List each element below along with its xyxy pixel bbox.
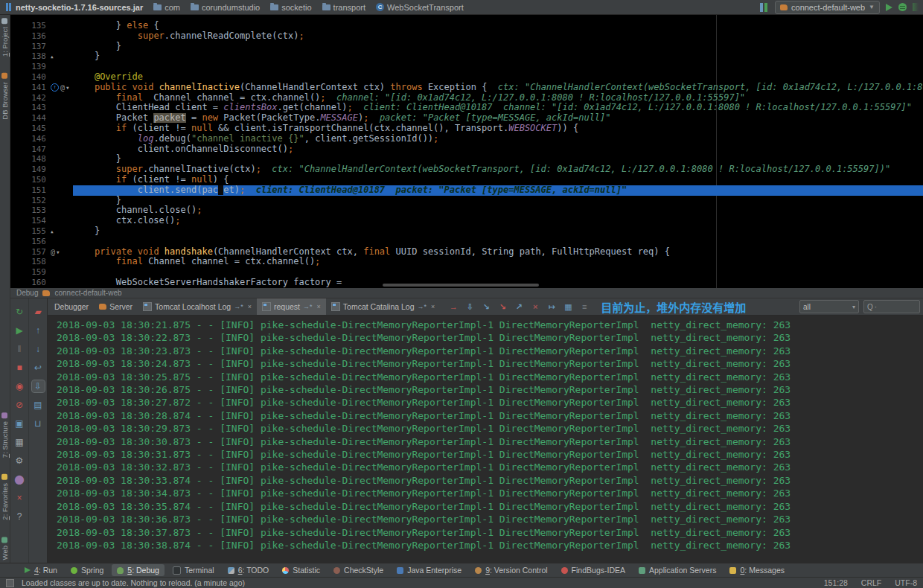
editor-line-number[interactable]: 144 <box>10 113 51 124</box>
toolwindow-button-version-control[interactable]: 9: Version Control <box>470 564 552 576</box>
editor-code-text[interactable]: private void handshake(ChannelHandlerCon… <box>73 247 923 258</box>
breadcrumb-class[interactable]: C WebSocketTransport <box>376 3 464 12</box>
editor-code-text[interactable]: Packet packet = new Packet(PacketType.ME… <box>73 113 923 124</box>
tool-window-bars-icon[interactable] <box>6 3 11 11</box>
editor-code-text[interactable]: } <box>73 51 923 62</box>
sidebar-item--project[interactable]: 1: Project <box>1 18 9 57</box>
step-over-icon[interactable]: ⇩ <box>464 301 476 313</box>
toolwindow-button-todo[interactable]: 6: TODO <box>223 564 275 576</box>
print-console-icon[interactable]: ▤ <box>32 399 45 411</box>
toolwindow-button-application-servers[interactable]: Application Servers <box>633 564 721 576</box>
up-stack-icon[interactable]: ↑ <box>32 325 45 336</box>
editor-line-number[interactable]: 159 <box>10 267 51 278</box>
editor-line-number[interactable]: 156 <box>10 237 51 247</box>
editor-line-number[interactable]: 152 <box>10 196 51 206</box>
editor-line-number[interactable]: 138 <box>10 51 51 62</box>
settings-gear-icon[interactable]: ⚙ <box>13 455 26 467</box>
toolwindow-button-spring[interactable]: Spring <box>66 564 109 576</box>
breadcrumb-item-corundumstudio[interactable]: corundumstudio <box>191 3 260 12</box>
breadcrumb-item-socketio[interactable]: socketio <box>270 3 311 12</box>
run-to-cursor-icon[interactable]: ↦ <box>546 301 558 313</box>
step-out-icon[interactable]: ↗ <box>513 301 525 313</box>
editor-code-text[interactable]: log.debug("channel inactive {}", client.… <box>73 134 923 144</box>
editor-code-text[interactable]: ctx.close(); <box>73 216 923 226</box>
editor-code-text[interactable]: final Channel channel = ctx.channel(); c… <box>73 93 923 103</box>
debug-tab-tomcat-catalina-log[interactable]: Tomcat Catalina Log→*× <box>326 298 441 315</box>
execution-line-code[interactable]: client.send(packet); client: ClientHead@… <box>73 185 923 196</box>
fold-marker-icon[interactable]: ▼ <box>66 83 69 93</box>
run-button[interactable] <box>886 4 892 11</box>
force-step-into-icon[interactable]: ↘ <box>496 301 508 313</box>
toolwindow-button-messages[interactable]: 0: Messages <box>724 564 790 576</box>
override-marker-icon[interactable]: ↑ <box>51 83 59 92</box>
show-execution-point-icon[interactable]: → <box>447 301 459 313</box>
breadcrumb-item-com[interactable]: com <box>153 3 180 12</box>
toolwindow-button-findbugs-idea[interactable]: FindBugs-IDEA <box>556 564 630 576</box>
editor-line-number[interactable]: 150 <box>10 175 51 185</box>
sidebar-item-web[interactable]: Web <box>1 537 9 560</box>
editor-line-number[interactable]: 135 <box>10 21 51 31</box>
editor-code-text[interactable]: public void channelInactive(ChannelHandl… <box>73 83 923 93</box>
code-editor[interactable]: 135 } else {136 super.channelReadComplet… <box>10 15 923 288</box>
thread-dump-icon[interactable]: ▣ <box>13 418 26 429</box>
debug-tab-debugger[interactable]: Debugger <box>49 298 94 315</box>
editor-line-number[interactable]: 139 <box>10 62 51 72</box>
close-tab-icon[interactable]: × <box>431 303 435 310</box>
editor-line-number[interactable]: 149 <box>10 164 51 175</box>
stop-process-icon[interactable]: ■ <box>13 362 26 374</box>
run-configuration-select[interactable]: connect-default-web ▼ <box>775 1 880 14</box>
soft-wrap-icon[interactable]: ↩ <box>32 362 45 374</box>
line-ending[interactable]: CRLF <box>861 578 881 587</box>
help-icon[interactable]: ? <box>13 511 26 523</box>
debug-tab-server[interactable]: Server <box>94 298 138 315</box>
annotation-marker-icon[interactable]: @ <box>60 83 65 93</box>
editor-code-text[interactable]: ClientHead client = clientsBox.get(chann… <box>73 103 923 113</box>
down-stack-icon[interactable]: ↓ <box>32 343 45 355</box>
rerun-icon[interactable]: ↻ <box>13 306 26 318</box>
editor-line-number[interactable]: 142 <box>10 93 51 103</box>
editor-line-number[interactable]: 151 <box>10 185 51 196</box>
editor-line-number[interactable]: 143 <box>10 103 51 113</box>
evaluate-expression-icon[interactable]: ▦ <box>562 301 574 313</box>
console-settings-icon[interactable]: ≡ <box>578 301 590 313</box>
file-encoding[interactable]: UTF-8 <box>895 578 917 587</box>
sidebar-item--structure[interactable]: 7: Structure <box>1 412 9 458</box>
step-into-icon[interactable]: ↘ <box>480 301 492 313</box>
editor-code-text[interactable]: super.channelReadComplete(ctx); <box>73 31 923 42</box>
editor-line-number[interactable]: 136 <box>10 31 51 42</box>
editor-line-number[interactable]: 137 <box>10 42 51 52</box>
toolwindow-button-java-enterprise[interactable]: Java Enterprise <box>392 564 467 576</box>
debug-tab-tomcat-localhost-log[interactable]: Tomcat Localhost Log→*× <box>138 298 257 315</box>
editor-line-number[interactable]: 157 <box>10 247 51 258</box>
editor-line-number[interactable]: 148 <box>10 154 51 164</box>
fold-marker-icon[interactable]: ▼ <box>57 247 60 258</box>
scroll-to-end-icon[interactable]: ⇩ <box>32 380 45 392</box>
editor-code-text[interactable]: } <box>73 42 923 52</box>
pin-tab-icon[interactable]: ⬤ <box>13 473 26 485</box>
mute-breakpoints-icon[interactable]: ⊘ <box>13 399 26 411</box>
close-debug-icon[interactable]: × <box>13 492 26 504</box>
editor-line-number[interactable]: 154 <box>10 216 51 226</box>
drop-frame-icon[interactable]: × <box>529 301 541 313</box>
log-level-filter-select[interactable]: all ▾ <box>799 300 859 313</box>
fold-marker-icon[interactable]: ▲ <box>51 226 54 237</box>
editor-code-text[interactable]: client.onChannelDisconnect(); <box>73 144 923 155</box>
toolwindow-button-debug[interactable]: 5: Debug <box>112 564 165 576</box>
editor-code-text[interactable]: } else { <box>73 21 923 31</box>
restore-layout-icon[interactable]: ▦ <box>13 436 26 448</box>
sidebar-item-db-browser[interactable]: DB Browser <box>1 73 9 120</box>
pause-program-icon[interactable]: ‖ <box>13 343 26 355</box>
editor-code-text[interactable]: @Override <box>73 72 923 83</box>
editor-line-number[interactable]: 141 <box>10 83 51 93</box>
editor-code-text[interactable]: channel.close(); <box>73 205 923 216</box>
toolwindow-button-statistic[interactable]: Statistic <box>277 564 325 576</box>
resume-program-icon[interactable]: ▶ <box>13 325 26 336</box>
close-tab-icon[interactable]: × <box>248 303 252 310</box>
debug-button[interactable] <box>898 3 907 11</box>
fold-marker-icon[interactable]: ▲ <box>51 51 54 62</box>
editor-code-text[interactable] <box>73 237 923 247</box>
coverage-button[interactable] <box>913 3 919 11</box>
toolwindow-button-terminal[interactable]: Terminal <box>167 564 220 576</box>
editor-code-text[interactable]: } <box>73 226 923 237</box>
editor-code-text[interactable] <box>73 267 923 278</box>
